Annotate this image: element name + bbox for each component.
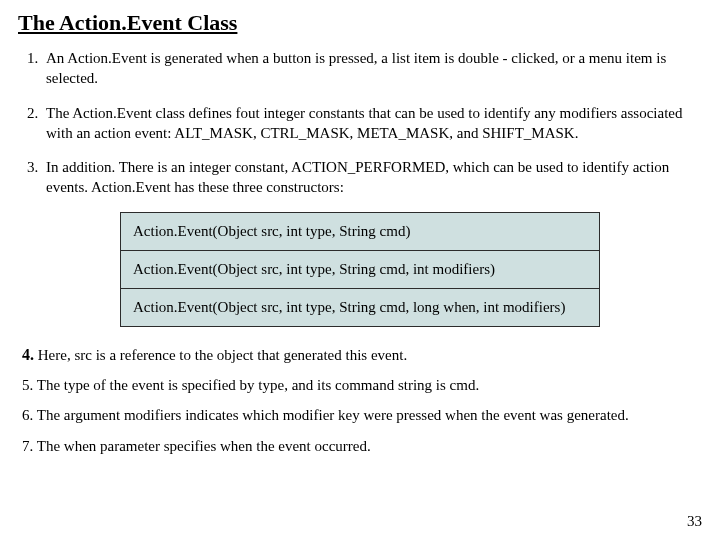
list-item: An Action.Event is generated when a butt…: [42, 48, 702, 89]
constructors-box: Action.Event(Object src, int type, Strin…: [120, 212, 600, 327]
list-item: 7. The when parameter specifies when the…: [22, 436, 698, 456]
continuation-list: 4. Here, src is a reference to the objec…: [18, 344, 702, 456]
item-number: 4.: [22, 346, 34, 363]
numbered-list: An Action.Event is generated when a butt…: [18, 48, 702, 198]
constructor-signature: Action.Event(Object src, int type, Strin…: [120, 288, 600, 327]
page-number: 33: [687, 513, 702, 530]
item-number: 5.: [22, 377, 33, 393]
item-text: Here, src is a reference to the object t…: [34, 347, 407, 363]
list-item: 6. The argument modifiers indicates whic…: [22, 405, 698, 425]
item-number: 6.: [22, 407, 33, 423]
item-text: The when parameter specifies when the ev…: [33, 438, 371, 454]
slide-page: The Action.Event Class An Action.Event i…: [0, 0, 720, 456]
item-number: 7.: [22, 438, 33, 454]
item-text: The argument modifiers indicates which m…: [33, 407, 629, 423]
constructor-signature: Action.Event(Object src, int type, Strin…: [120, 212, 600, 251]
list-item: The Action.Event class defines fout inte…: [42, 103, 702, 144]
page-title: The Action.Event Class: [18, 10, 702, 36]
list-item: 4. Here, src is a reference to the objec…: [22, 344, 698, 366]
constructor-signature: Action.Event(Object src, int type, Strin…: [120, 250, 600, 289]
list-item: In addition. There is an integer constan…: [42, 157, 702, 198]
list-item: 5. The type of the event is specified by…: [22, 375, 698, 395]
item-text: The type of the event is specified by ty…: [33, 377, 479, 393]
